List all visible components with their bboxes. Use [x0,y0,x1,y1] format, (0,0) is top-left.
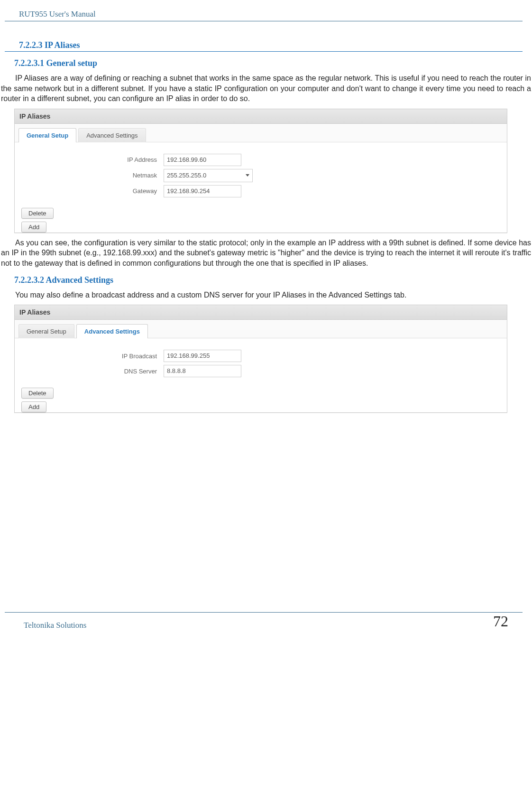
paragraph-advanced: You may also define a broadcast address … [0,290,532,300]
paragraph-intro: IP Aliases are a way of defining or reac… [0,73,532,104]
tab-general-setup[interactable]: General Setup [18,324,74,338]
screenshot-advanced: IP Aliases General Setup Advanced Settin… [14,305,507,413]
heading-ip-aliases: 7.2.2.3 IP Aliases [5,40,523,52]
footer: Teltonika Solutions 72 [5,612,523,644]
panel-title: IP Aliases [15,305,507,320]
form-body: IP Address 192.168.99.60 Netmask 255.255… [15,142,507,205]
footer-company: Teltonika Solutions [24,618,86,630]
page-number: 72 [493,613,508,630]
tabs: General Setup Advanced Settings [15,124,507,142]
input-ip-broadcast[interactable]: 192.168.99.255 [164,350,241,362]
add-button[interactable]: Add [21,222,46,233]
paragraph-after-ss1: As you can see, the configuration is ver… [0,238,532,269]
input-gateway[interactable]: 192.168.90.254 [164,185,241,197]
input-dns-server[interactable]: 8.8.8.8 [164,365,241,377]
tabs: General Setup Advanced Settings [15,320,507,338]
tab-advanced-settings[interactable]: Advanced Settings [78,128,146,142]
add-button[interactable]: Add [21,401,46,412]
label-ip-broadcast: IP Broadcast [15,353,164,360]
heading-advanced-settings: 7.2.2.3.2 Advanced Settings [0,275,532,285]
select-netmask-value: 255.255.255.0 [167,170,206,181]
input-ip-address[interactable]: 192.168.99.60 [164,154,241,166]
panel-title: IP Aliases [15,109,507,124]
select-netmask[interactable]: 255.255.255.0 [164,169,253,182]
delete-button[interactable]: Delete [21,388,54,399]
tab-general-setup[interactable]: General Setup [18,128,76,142]
label-dns-server: DNS Server [15,368,164,375]
label-ip-address: IP Address [15,156,164,163]
doc-header: RUT955 User's Manual [5,9,523,21]
heading-general-setup: 7.2.2.3.1 General setup [0,58,532,68]
chevron-down-icon [246,174,249,177]
tab-advanced-settings[interactable]: Advanced Settings [76,324,148,338]
form-body: IP Broadcast 192.168.99.255 DNS Server 8… [15,338,507,385]
label-gateway: Gateway [15,187,164,195]
label-netmask: Netmask [15,172,164,179]
screenshot-general: IP Aliases General Setup Advanced Settin… [14,109,507,233]
delete-button[interactable]: Delete [21,208,54,219]
